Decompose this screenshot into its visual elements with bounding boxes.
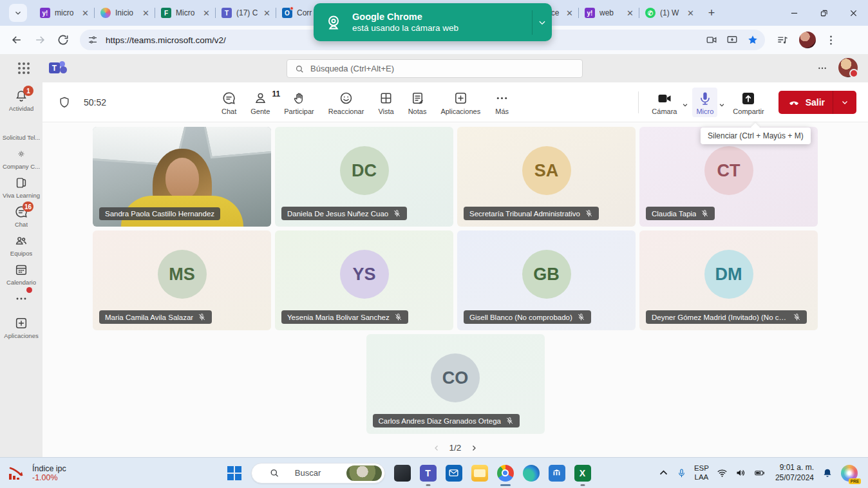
teams-search-input[interactable]: Búsqueda (Ctrl+Alt+E) [287,59,583,78]
sidebar-item-chat[interactable]: 16Chat [0,205,42,228]
volume-icon[interactable] [735,467,746,478]
participant-tile[interactable]: DMDeyner Gómez Madrid (Invitado) (No co.… [639,230,818,330]
tab-close-icon[interactable]: ✕ [141,8,151,18]
leave-options-icon[interactable] [841,99,849,106]
participant-tile[interactable]: Sandra Paola Castillo Hernandez [93,127,271,227]
tray-mic-icon[interactable] [677,467,686,479]
sidebar-item-more[interactable] [0,292,42,306]
mic-button[interactable]: Micro [692,88,717,117]
participant-name: Yesenia Maria Bolivar Sanchez [287,314,390,321]
participant-tile[interactable]: SASecretaría Tribunal Administrativo [457,127,636,227]
tab-close-icon[interactable]: ✕ [625,8,635,18]
mic-options-icon[interactable] [719,102,725,108]
notification-expand-button[interactable] [533,3,552,41]
notas-button[interactable]: Notas [402,87,433,118]
language-indicator[interactable]: ESP LAA [694,464,709,482]
participant-name: Deyner Gómez Madrid (Invitado) (No co... [652,314,788,321]
participant-tile[interactable]: DCDaniela De Jesus Nuñez Cuao [275,127,453,227]
más-button[interactable]: Más [489,87,515,118]
back-icon[interactable] [10,33,23,46]
leave-button[interactable]: Salir [778,91,856,114]
participant-initials-avatar: GB [522,250,571,299]
aplicaciones-button[interactable]: Aplicaciones [435,87,486,118]
outlook-app-taskbar-icon[interactable] [445,464,462,482]
toolbar-button-label: Notas [408,108,427,115]
browser-tab[interactable]: y!micro✕ [33,2,94,24]
sidebar-item-viva-learning[interactable]: Viva Learning [0,176,42,199]
window-close-button[interactable] [838,0,868,26]
share-button[interactable]: Compartir [729,88,768,117]
taskbar-search-input[interactable]: Buscar [251,463,385,483]
forward-icon[interactable] [33,33,46,46]
notification-bell-icon[interactable] [822,467,833,479]
install-app-icon[interactable] [726,34,738,46]
site-info-icon[interactable] [88,35,98,45]
media-controls-icon[interactable] [777,34,789,46]
search-highlight-image[interactable] [346,465,382,481]
folder-taskbar-icon[interactable] [471,464,488,482]
share-label: Compartir [733,108,764,115]
page-next-icon[interactable] [470,444,478,452]
vista-button[interactable]: Vista [372,87,399,118]
copilot-icon[interactable]: PRE [841,465,858,482]
toolbar-button-label: Más [495,108,509,115]
portal-app-taskbar-icon[interactable] [548,464,565,482]
gente-button[interactable]: 11Gente [245,87,276,118]
camera-notification[interactable]: Google Chrome está usando la cámara web [314,3,552,41]
participant-tile[interactable]: MSMaria Camila Avila Salazar [93,230,271,330]
excel-taskbar-icon[interactable]: X [574,464,591,482]
camera-in-use-icon[interactable] [706,34,717,46]
sidebar-item-actividad[interactable]: 1Actividad [0,89,42,112]
news-widget[interactable]: Índice ipc -1.00% [8,464,130,482]
teams-app-taskbar-icon[interactable]: T [419,464,437,482]
camera-options-icon[interactable] [682,102,688,108]
camera-icon [657,91,672,106]
browser-tab[interactable]: ✆(1) W✕ [639,2,699,24]
window-minimize-button[interactable] [779,0,809,26]
dark-app-taskbar-icon[interactable] [393,464,411,482]
chrome-taskbar-icon[interactable] [496,464,514,482]
sidebar-item-aplicaciones[interactable]: Aplicaciones [0,316,42,339]
reload-icon[interactable] [57,33,70,46]
tab-close-icon[interactable]: ✕ [686,8,695,18]
browser-tab[interactable]: y!web✕ [578,2,639,24]
sidebar-item-label: Actividad [9,105,34,112]
browser-tab[interactable]: T(17) C✕ [215,2,276,24]
browser-profile-avatar[interactable] [799,32,816,48]
tab-close-icon[interactable]: ✕ [565,8,574,18]
app-launcher-icon[interactable] [18,62,30,74]
teams-profile-avatar[interactable] [838,58,858,77]
tab-close-icon[interactable]: ✕ [202,8,211,18]
sidebar-item-company-c-[interactable]: Company C... [0,147,42,170]
bookmark-star-icon[interactable] [747,34,759,46]
teams-more-icon[interactable] [816,63,828,73]
sidebar-item-equipos[interactable]: Equipos [0,234,42,257]
leave-divider [833,91,833,114]
battery-icon[interactable] [754,467,765,478]
participar-button[interactable]: Participar [278,87,319,118]
participant-initials-avatar: DC [340,146,389,195]
browser-tab[interactable]: Inicio✕ [94,2,155,24]
reaccionar-button[interactable]: Reaccionar [323,87,370,118]
sidebar-item-solicitud-tel-[interactable]: Solicitud Tel... [0,118,42,141]
window-restore-button[interactable] [809,0,838,26]
page-prev-icon[interactable] [433,444,440,452]
security-shield-icon[interactable] [58,96,71,109]
clock[interactable]: 9:01 a. m. 25/07/2024 [775,463,814,483]
edge-taskbar-icon[interactable] [522,464,540,482]
participant-tile[interactable]: YSYesenia Maria Bolivar Sanchez [275,230,453,330]
participant-tile[interactable]: COCarlos Andres Diaz Granados Ortega [366,334,545,434]
chat-button[interactable]: Chat [216,87,242,118]
start-button[interactable] [225,464,243,482]
tray-expand-icon[interactable] [658,467,669,478]
sidebar-item-calendario[interactable]: Calendario [0,263,42,286]
tab-search-button[interactable] [9,4,27,22]
participant-tile[interactable]: GBGisell Blanco (No comprobado) [457,230,636,330]
tab-close-icon[interactable]: ✕ [262,8,272,18]
browser-menu-icon[interactable] [825,34,837,46]
camera-button[interactable]: Cámara [648,88,681,117]
new-tab-button[interactable]: + [703,5,720,21]
wifi-icon[interactable] [717,467,728,478]
browser-tab[interactable]: FMicro✕ [155,2,215,24]
tab-close-icon[interactable]: ✕ [80,8,90,18]
